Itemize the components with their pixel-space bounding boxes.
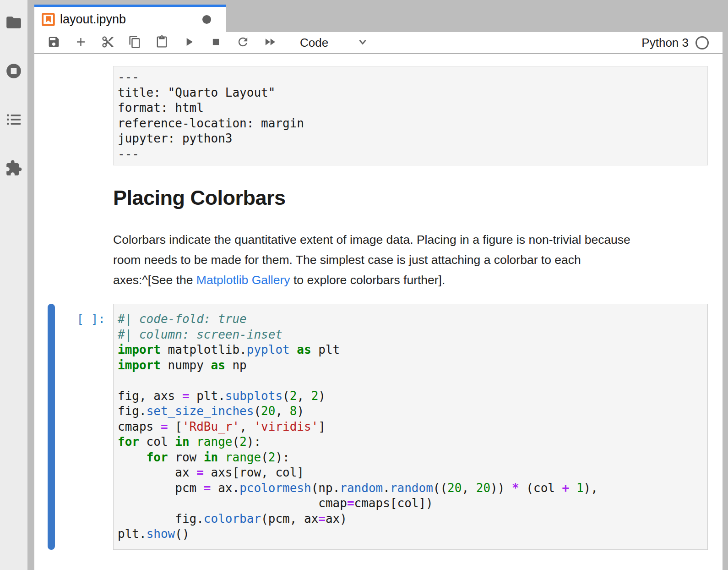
paragraph-line: axes:^[See the Matplotlib Gallery to exp… xyxy=(113,270,723,290)
notebook-toolbar: Code Python 3 xyxy=(34,32,723,54)
puzzle-icon xyxy=(5,159,22,179)
tab-bar: layout.ipynb xyxy=(34,0,723,32)
copy-cells-button[interactable] xyxy=(128,36,141,49)
left-sidebar xyxy=(0,0,27,570)
list-icon xyxy=(5,111,22,130)
heading-placing-colorbars: Placing Colorbars xyxy=(113,185,723,211)
restart-kernel-button[interactable] xyxy=(236,36,250,49)
run-cell-button[interactable] xyxy=(182,36,196,49)
kernel-idle-circle-icon xyxy=(695,36,709,49)
unsaved-changes-dot xyxy=(202,15,211,24)
folder-icon xyxy=(5,14,22,33)
sidebar-item-running-sessions[interactable] xyxy=(5,63,23,81)
cell-type-dropdown[interactable]: Code xyxy=(300,36,369,50)
markdown-cell[interactable]: Placing Colorbars Colorbars indicate the… xyxy=(113,185,723,290)
notebook-area: ---title: "Quarto Layout"format: htmlref… xyxy=(34,54,723,570)
code-editor[interactable]: #| code-fold: true#| column: screen-inse… xyxy=(113,304,708,550)
save-icon xyxy=(47,35,60,50)
cell-collapser-bar[interactable] xyxy=(48,304,55,550)
refresh-icon xyxy=(236,35,250,50)
sidebar-item-table-of-contents[interactable] xyxy=(5,111,23,130)
paste-cells-button[interactable] xyxy=(155,36,168,49)
interrupt-kernel-button[interactable] xyxy=(209,36,223,49)
tab-layout-ipynb[interactable]: layout.ipynb xyxy=(34,5,226,32)
paragraph-line: room needs to be made for them. The simp… xyxy=(113,250,723,270)
save-button[interactable] xyxy=(47,36,60,49)
clipboard-icon xyxy=(155,35,168,50)
insert-cell-button[interactable] xyxy=(74,36,87,49)
main-panel: layout.ipynb xyxy=(34,0,723,570)
execution-prompt: [ ]: xyxy=(55,304,113,550)
stop-circle-icon xyxy=(5,62,22,82)
code-cell: [ ]: #| code-fold: true#| column: screen… xyxy=(48,304,723,550)
notebook-icon xyxy=(42,13,55,26)
scissors-icon xyxy=(101,35,114,50)
jupyterlab-window: layout.ipynb xyxy=(0,0,728,570)
chevron-down-icon xyxy=(357,36,369,49)
matplotlib-gallery-link[interactable]: Matplotlib Gallery xyxy=(196,273,290,287)
stop-icon xyxy=(209,35,223,50)
cell-type-value: Code xyxy=(300,36,328,50)
sidebar-item-file-browser[interactable] xyxy=(5,14,23,33)
plus-icon xyxy=(74,35,87,50)
sidebar-item-extension-manager[interactable] xyxy=(5,160,23,178)
kernel-indicator[interactable]: Python 3 xyxy=(641,36,709,50)
paragraph-line: Colorbars indicate the quantitative exte… xyxy=(113,230,723,250)
tab-title: layout.ipynb xyxy=(60,12,126,27)
play-icon xyxy=(182,35,196,50)
copy-icon xyxy=(128,35,141,50)
raw-cell-yaml[interactable]: ---title: "Quarto Layout"format: htmlref… xyxy=(113,66,708,165)
restart-run-all-button[interactable] xyxy=(263,36,277,49)
kernel-name: Python 3 xyxy=(641,36,689,50)
cut-cells-button[interactable] xyxy=(101,36,114,49)
markdown-paragraph: Colorbars indicate the quantitative exte… xyxy=(113,230,723,290)
fast-forward-icon xyxy=(263,35,277,50)
